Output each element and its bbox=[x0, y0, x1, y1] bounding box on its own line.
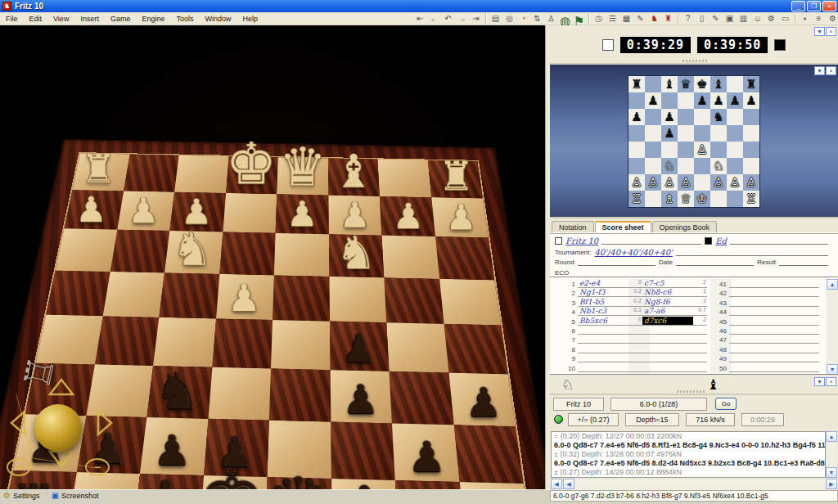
piece3d-white-pawn[interactable]: ♟ bbox=[75, 194, 106, 227]
square-f7[interactable]: ♟ bbox=[710, 92, 727, 109]
piece-black-bishop[interactable]: ♝ bbox=[713, 77, 723, 91]
square-g4[interactable] bbox=[727, 142, 743, 158]
square3d-c4[interactable] bbox=[329, 277, 386, 323]
square-b8[interactable] bbox=[645, 76, 661, 92]
square-b6[interactable] bbox=[645, 109, 661, 125]
square-d7[interactable] bbox=[678, 92, 694, 109]
square3d-d4[interactable] bbox=[273, 275, 330, 322]
menu-tools[interactable]: Tools bbox=[170, 15, 199, 23]
square3d-e4[interactable]: ♟ bbox=[216, 274, 274, 320]
square3d-b1[interactable] bbox=[377, 160, 430, 197]
black-move[interactable]: c7-c5 bbox=[642, 279, 693, 288]
panels-icon[interactable]: ▣ bbox=[723, 13, 737, 25]
piece-setup-icon[interactable]: ♙ bbox=[544, 13, 558, 25]
piece3d-white-knight[interactable]: ♞ bbox=[336, 231, 376, 274]
black-player-name[interactable]: Ed bbox=[715, 236, 727, 245]
piece-white-bishop[interactable]: ♗ bbox=[664, 191, 674, 205]
square3d-a7[interactable] bbox=[453, 425, 523, 483]
board-panel-menu-button[interactable]: ▼ bbox=[814, 66, 825, 75]
black-move[interactable] bbox=[642, 326, 693, 335]
square3d-h4[interactable] bbox=[46, 270, 110, 316]
square-g1[interactable] bbox=[727, 191, 743, 207]
piece3d-white-bishop[interactable]: ♝ bbox=[333, 150, 374, 193]
piece-black-rook[interactable]: ♜ bbox=[631, 77, 642, 91]
square-b1[interactable] bbox=[645, 191, 661, 207]
trackball[interactable] bbox=[34, 404, 82, 452]
square-d8[interactable]: ♛ bbox=[678, 76, 694, 92]
board-colors-icon[interactable]: ▦ bbox=[619, 13, 633, 25]
black-player-checkbox[interactable] bbox=[705, 237, 712, 245]
square-f6[interactable]: ♞ bbox=[710, 109, 727, 125]
square3d-c5[interactable]: ♟ bbox=[330, 322, 390, 371]
board-window-icon[interactable]: ▥ bbox=[737, 13, 750, 25]
piece-black-rook[interactable]: ♜ bbox=[746, 77, 756, 91]
square-h5[interactable] bbox=[743, 125, 759, 142]
black-move[interactable]: Nb8-c6 bbox=[642, 288, 693, 297]
scroll-down-button[interactable]: ▼ bbox=[827, 364, 838, 374]
square-b7[interactable]: ♟ bbox=[645, 92, 661, 109]
square3d-e1[interactable]: ♚ bbox=[226, 156, 278, 194]
menu-window[interactable]: Window bbox=[199, 15, 237, 23]
square3d-f3[interactable]: ♞ bbox=[164, 231, 223, 273]
piece3d-white-pawn[interactable]: ♟ bbox=[393, 200, 424, 234]
square3d-e6[interactable] bbox=[208, 367, 271, 420]
square-b4[interactable] bbox=[645, 142, 661, 158]
square-g8[interactable] bbox=[727, 76, 743, 92]
square-e1[interactable]: ♔ bbox=[694, 191, 710, 207]
square-c7[interactable] bbox=[661, 92, 678, 109]
engine-gear-icon[interactable]: ⚙ bbox=[826, 13, 838, 25]
clock-panel-menu-button[interactable]: ▼ bbox=[814, 27, 825, 36]
square3d-h3[interactable] bbox=[56, 228, 117, 271]
square-h6[interactable] bbox=[743, 109, 759, 125]
piece-white-pawn[interactable]: ♙ bbox=[680, 175, 691, 189]
square3d-e5[interactable] bbox=[212, 318, 273, 368]
flip-board-icon[interactable]: ⇅ bbox=[530, 13, 544, 25]
engine-running-indicator[interactable] bbox=[554, 415, 563, 424]
square3d-f5[interactable] bbox=[153, 317, 215, 367]
white-move[interactable]: Bb5xc6 bbox=[578, 317, 628, 326]
square-c5[interactable]: ♟ bbox=[661, 125, 678, 142]
square3d-c1[interactable]: ♝ bbox=[328, 158, 380, 196]
save-icon[interactable]: ▪ bbox=[798, 13, 812, 25]
square3d-d5[interactable] bbox=[271, 320, 330, 370]
square-g2[interactable]: ♙ bbox=[727, 174, 743, 191]
move-now-icon[interactable]: ✎ bbox=[633, 13, 647, 25]
tournament-value[interactable]: 40'/40+40'/40+40' bbox=[594, 248, 672, 257]
piece-black-pawn[interactable]: ♟ bbox=[664, 126, 674, 140]
piece3d-white-pawn[interactable]: ♟ bbox=[446, 201, 478, 235]
piece3d-black-pawn[interactable]: ♟ bbox=[342, 331, 377, 367]
piece3d-black-queen[interactable]: ♛ bbox=[268, 470, 329, 489]
piece-white-pawn[interactable]: ♙ bbox=[746, 175, 756, 189]
square-h8[interactable]: ♜ bbox=[743, 76, 759, 92]
square3d-a5[interactable] bbox=[444, 324, 507, 374]
square-b5[interactable] bbox=[645, 125, 661, 142]
clock-panel-close-button[interactable]: × bbox=[826, 27, 836, 36]
engine-panel-menu-button[interactable]: ▼ bbox=[814, 377, 825, 386]
menu-file[interactable]: File bbox=[0, 15, 24, 23]
menu-edit[interactable]: Edit bbox=[24, 15, 48, 23]
square-c1[interactable]: ♗ bbox=[661, 191, 678, 207]
square3d-c7[interactable] bbox=[331, 422, 395, 480]
square3d-f6[interactable]: ♞ bbox=[146, 366, 212, 419]
go-button[interactable]: Go bbox=[715, 398, 737, 410]
piece-white-knight[interactable]: ♘ bbox=[713, 159, 723, 173]
tune-icon[interactable]: ≡ bbox=[812, 13, 826, 25]
piece-white-pawn[interactable]: ♙ bbox=[696, 142, 707, 156]
takeback-icon[interactable]: ↶ bbox=[441, 13, 455, 25]
square3d-g3[interactable] bbox=[110, 230, 169, 272]
square3d-d2[interactable]: ♟ bbox=[276, 194, 329, 234]
black-move[interactable] bbox=[642, 353, 693, 362]
level-icon[interactable]: ☰ bbox=[606, 13, 619, 25]
speed-display[interactable]: 716 kN/s bbox=[686, 413, 735, 426]
new-game-icon[interactable]: ▤ bbox=[489, 13, 502, 25]
white-move[interactable]: Ng1-f3 bbox=[578, 288, 628, 297]
menu-view[interactable]: View bbox=[47, 15, 74, 23]
engine-name-button[interactable]: Fritz 10 bbox=[553, 398, 604, 411]
square3d-b5[interactable] bbox=[386, 322, 448, 372]
notation-icon[interactable]: ▭ bbox=[778, 13, 792, 25]
piece3d-white-queen[interactable]: ♛ bbox=[279, 142, 327, 192]
square-h3[interactable] bbox=[743, 158, 759, 174]
white-move[interactable] bbox=[578, 326, 628, 335]
square3d-a2[interactable]: ♟ bbox=[431, 197, 489, 238]
menu-engine[interactable]: Engine bbox=[136, 15, 170, 23]
